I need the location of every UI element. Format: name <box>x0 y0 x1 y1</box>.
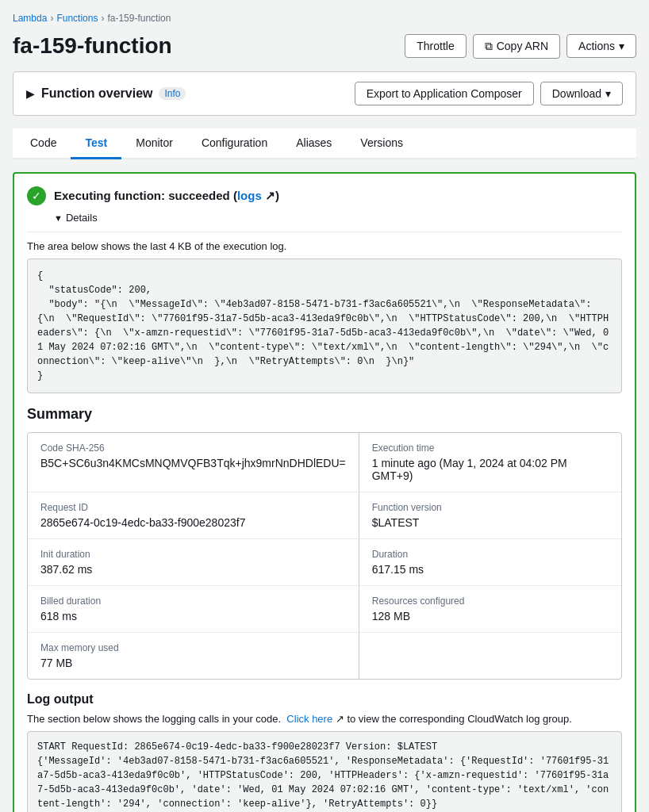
tabs-bar: Code Test Monitor Configuration Aliases … <box>13 128 636 159</box>
function-overview-buttons: Export to Application Composer Download … <box>355 82 623 105</box>
execution-time-value: 1 minute ago (May 1, 2024 at 04:02 PM GM… <box>372 457 609 482</box>
max-memory-value: 77 MB <box>40 657 346 669</box>
download-button[interactable]: Download ▾ <box>540 82 623 105</box>
tab-versions[interactable]: Versions <box>346 128 417 159</box>
throttle-button[interactable]: Throttle <box>405 34 466 58</box>
collapse-icon[interactable]: ▶ <box>26 87 35 100</box>
actions-button[interactable]: Actions ▾ <box>566 34 636 58</box>
result-header: ✓ Executing function: succeeded (logs ↗) <box>27 186 622 205</box>
tab-monitor[interactable]: Monitor <box>121 128 187 159</box>
duration-label: Duration <box>372 549 609 560</box>
tab-aliases[interactable]: Aliases <box>282 128 346 159</box>
execution-log-box[interactable]: { "statusCode": 200, "body": "{\n \"Mess… <box>27 259 622 393</box>
summary-grid: Code SHA-256 B5C+SC6u3n4KMCsMNQMVQFB3Tqk… <box>27 432 622 680</box>
log-output-description: The section below shows the logging call… <box>27 713 622 725</box>
breadcrumb-current: fa-159-function <box>107 13 171 24</box>
max-memory-cell: Max memory used 77 MB <box>28 633 359 679</box>
page-header: fa-159-function Throttle ⧉ Copy ARN Acti… <box>13 33 636 59</box>
export-to-composer-button[interactable]: Export to Application Composer <box>355 82 534 105</box>
billed-duration-label: Billed duration <box>40 596 346 607</box>
resources-configured-value: 128 MB <box>372 610 609 622</box>
max-memory-label: Max memory used <box>40 642 346 653</box>
result-title: Executing function: succeeded (logs ↗) <box>54 189 279 203</box>
code-sha-value: B5C+SC6u3n4KMCsMNQMVQFB3Tqk+jhx9mrNnDHDl… <box>40 457 346 469</box>
log-description: The area below shows the last 4 KB of th… <box>27 240 622 252</box>
execution-time-cell: Execution time 1 minute ago (May 1, 2024… <box>359 433 621 492</box>
init-duration-value: 387.62 ms <box>40 563 346 576</box>
billed-duration-cell: Billed duration 618 ms <box>28 586 359 633</box>
copy-arn-button[interactable]: ⧉ Copy ARN <box>473 34 560 59</box>
success-icon: ✓ <box>27 186 46 205</box>
function-version-label: Function version <box>372 502 609 513</box>
log-output-section: Log output The section below shows the l… <box>27 692 622 812</box>
external-link-icon: ↗ <box>265 189 275 202</box>
header-buttons: Throttle ⧉ Copy ARN Actions ▾ <box>405 34 636 59</box>
resources-configured-label: Resources configured <box>372 596 609 607</box>
breadcrumb: Lambda › Functions › fa-159-function <box>13 13 636 24</box>
code-sha-label: Code SHA-256 <box>40 442 346 454</box>
function-version-cell: Function version $LATEST <box>359 492 621 539</box>
function-overview-header: ▶ Function overview Info Export to Appli… <box>13 72 636 115</box>
tab-test[interactable]: Test <box>71 128 121 159</box>
details-chevron-icon: ▼ <box>54 213 63 223</box>
external-link-icon-2: ↗ <box>336 713 344 725</box>
request-id-value: 2865e674-0c19-4edc-ba33-f900e28023f7 <box>40 516 346 529</box>
logs-link[interactable]: logs <box>237 189 262 202</box>
chevron-down-icon: ▾ <box>619 40 624 52</box>
tab-code[interactable]: Code <box>16 128 71 159</box>
divider <box>27 232 622 232</box>
init-duration-cell: Init duration 387.62 ms <box>28 539 359 586</box>
page-title: fa-159-function <box>13 33 172 59</box>
breadcrumb-lambda[interactable]: Lambda <box>13 13 47 24</box>
function-version-value: $LATEST <box>372 516 609 529</box>
copy-icon: ⧉ <box>485 40 493 53</box>
duration-cell: Duration 617.15 ms <box>359 539 621 586</box>
summary-title: Summary <box>27 406 622 423</box>
request-id-label: Request ID <box>40 502 346 513</box>
result-panel: ✓ Executing function: succeeded (logs ↗)… <box>13 172 636 812</box>
duration-value: 617.15 ms <box>372 563 609 576</box>
tab-configuration[interactable]: Configuration <box>187 128 282 159</box>
cloudwatch-link[interactable]: Click here <box>286 713 332 725</box>
billed-duration-value: 618 ms <box>40 610 346 622</box>
info-badge[interactable]: Info <box>159 87 186 100</box>
resources-configured-cell: Resources configured 128 MB <box>359 586 621 633</box>
breadcrumb-functions[interactable]: Functions <box>56 13 98 24</box>
request-id-cell: Request ID 2865e674-0c19-4edc-ba33-f900e… <box>28 492 359 539</box>
execution-time-label: Execution time <box>372 442 609 454</box>
init-duration-label: Init duration <box>40 549 346 560</box>
log-output-box[interactable]: START RequestId: 2865e674-0c19-4edc-ba33… <box>27 731 622 812</box>
details-toggle[interactable]: ▼ Details <box>54 212 622 224</box>
log-output-title: Log output <box>27 692 622 707</box>
function-overview-title: Function overview <box>41 86 152 101</box>
download-chevron-icon: ▾ <box>605 87 611 100</box>
empty-cell <box>359 633 621 679</box>
function-overview-panel: ▶ Function overview Info Export to Appli… <box>13 71 636 116</box>
code-sha-cell: Code SHA-256 B5C+SC6u3n4KMCsMNQMVQFB3Tqk… <box>28 433 359 492</box>
